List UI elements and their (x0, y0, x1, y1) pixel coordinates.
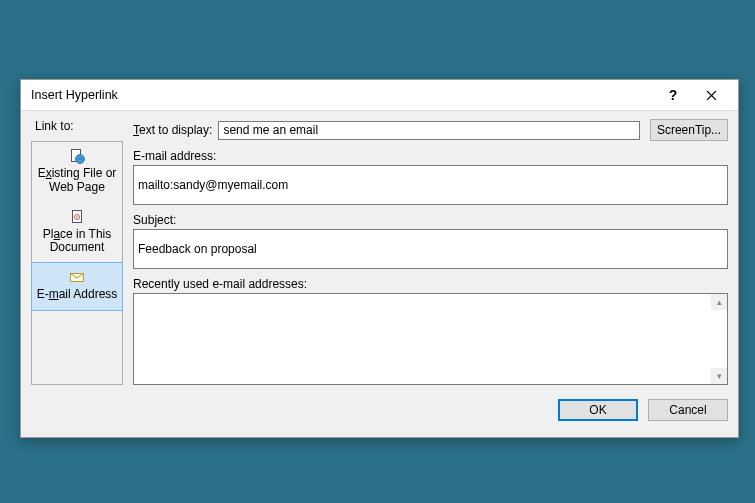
link-to-label: Link to: (31, 119, 123, 137)
nav-place-in-document[interactable]: Place in ThisDocument (32, 203, 122, 264)
close-button[interactable] (692, 84, 730, 106)
email-address-input[interactable] (133, 165, 728, 205)
ok-button[interactable]: OK (558, 399, 638, 421)
text-to-display-input[interactable] (218, 121, 640, 140)
left-column: Link to: Existing File orWeb Page (31, 119, 123, 385)
screentip-button[interactable]: ScreenTip... (650, 119, 728, 141)
right-column: Text to display: ScreenTip... E-mail add… (133, 119, 728, 385)
cancel-button[interactable]: Cancel (648, 399, 728, 421)
scroll-down-icon[interactable]: ▾ (711, 368, 727, 384)
svg-point-6 (76, 216, 78, 218)
text-to-display-label: Text to display: (133, 123, 212, 137)
dialog-body: Link to: Existing File orWeb Page (21, 111, 738, 437)
close-icon (706, 90, 717, 101)
document-target-icon (69, 209, 85, 225)
nav-existing-file[interactable]: Existing File orWeb Page (32, 142, 122, 203)
recent-addresses-list[interactable]: ▴ ▾ (133, 293, 728, 385)
recent-label: Recently used e-mail addresses: (133, 277, 728, 291)
envelope-icon (69, 269, 85, 285)
nav-email-address[interactable]: E-mail Address (31, 262, 123, 311)
scroll-up-icon[interactable]: ▴ (711, 294, 727, 310)
help-button[interactable]: ? (654, 84, 692, 106)
email-address-label: E-mail address: (133, 149, 728, 163)
titlebar: Insert Hyperlink ? (21, 80, 738, 111)
nav-email-address-label: E-mail Address (37, 287, 118, 301)
subject-label: Subject: (133, 213, 728, 227)
dialog-title: Insert Hyperlink (31, 88, 654, 102)
subject-input[interactable] (133, 229, 728, 269)
nav-place-in-document-label: Place in ThisDocument (43, 227, 112, 255)
link-to-nav: Existing File orWeb Page Place in ThisDo… (31, 141, 123, 385)
nav-existing-file-label: Existing File orWeb Page (38, 166, 117, 194)
insert-hyperlink-dialog: Insert Hyperlink ? Link to: Existing Fil… (20, 79, 739, 438)
dialog-footer: OK Cancel (31, 385, 728, 427)
globe-page-icon (69, 148, 85, 164)
